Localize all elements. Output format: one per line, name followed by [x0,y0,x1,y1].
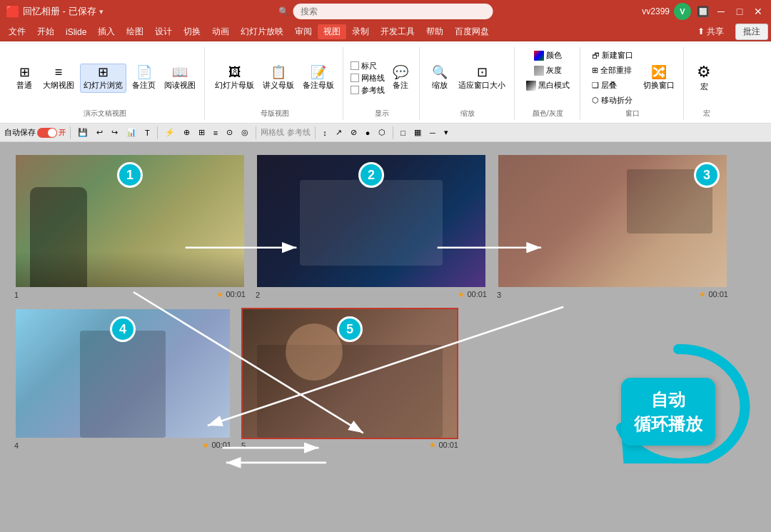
menu-developer[interactable]: 开发工具 [375,24,420,39]
ribbon-btn-bw[interactable]: 黑白模式 [522,79,574,92]
group-title-color: 颜色/灰度 [522,107,574,119]
slide-item-1[interactable]: 1 1 ★ 00:01 [14,154,246,301]
menu-insert[interactable]: 插入 [92,24,121,39]
toolbar-undo-btn[interactable]: ↩ [94,127,106,138]
menu-transition[interactable]: 切换 [178,24,206,39]
menu-file[interactable]: 文件 [3,24,31,39]
toolbar-item-12[interactable]: □ [398,128,408,138]
toolbar-item-4[interactable]: ≡ [211,128,221,138]
ribbon-btn-arrange-all[interactable]: ⊞ 全部重排 [588,64,638,77]
minimize-btn[interactable]: ─ [714,4,728,19]
menu-review[interactable]: 审阅 [289,24,318,39]
menu-islide[interactable]: iSlide [60,26,92,39]
slide-item-3[interactable]: 3 3 ★ 00:01 [497,154,728,301]
slide-thumb-1[interactable]: 1 [14,154,246,288]
slide-footer-1: 1 ★ 00:01 [14,288,246,301]
toolbar-chart-btn[interactable]: 📊 [124,127,139,138]
outline-icon: ≡ [55,66,63,79]
gridlines-checkbox[interactable] [351,74,359,82]
ribbon-btn-notes-show[interactable]: 💬 备注 [388,64,413,92]
ribbon-btn-outline[interactable]: ≡ 大纲视图 [40,64,77,92]
review-button[interactable]: 批注 [735,24,768,40]
master-views-content: 🖼 幻灯片母版 📋 讲义母版 📝 备注母版 [212,49,337,107]
search-input[interactable] [293,4,493,19]
slide-thumb-3[interactable]: 3 [497,154,728,288]
ribbon-btn-zoom[interactable]: 🔍 缩放 [427,64,453,92]
user-avatar[interactable]: V [674,3,691,20]
toolbar-text-btn[interactable]: T [142,128,153,138]
close-btn[interactable]: ✕ [751,4,765,19]
toolbar-separator-3 [256,126,256,139]
ribbon-btn-normal[interactable]: ⊞ 普通 [11,64,37,92]
toolbar-item-11[interactable]: ⬡ [376,127,388,138]
checkbox-gridlines[interactable]: 网格线 [351,73,385,84]
slide-thumb-2[interactable]: 2 [256,154,487,288]
ribbon-btn-color[interactable]: 颜色 [530,49,566,62]
menu-home[interactable]: 开始 [31,24,60,39]
toolbar-item-2[interactable]: ⊕ [181,127,193,138]
maximize-btn[interactable]: □ [732,4,747,19]
share-button[interactable]: ⬆ 共享 [690,24,731,39]
switch-window-icon: 🔀 [651,66,667,79]
menu-slideshow[interactable]: 幻灯片放映 [235,24,289,39]
ribbon-btn-macro[interactable]: ⚙ 宏 [691,63,717,94]
slide-item-5[interactable]: 5 5 ★ 00:01 [241,308,458,451]
toolbar-item-8[interactable]: ↗ [333,127,345,138]
ribbon-btn-new-window[interactable]: 🗗 新建窗口 [588,49,638,62]
checkbox-ruler[interactable]: 标尺 [351,61,385,71]
autosave-state: 开 [59,128,66,138]
toolbar-dropdown-btn[interactable]: ▾ [441,127,451,138]
slide-img-3 [498,155,727,287]
slide-footer-4: 4 ★ 00:01 [14,439,231,451]
menu-help[interactable]: 帮助 [420,24,449,39]
ribbon-btn-reading[interactable]: 📖 阅读视图 [161,64,198,92]
toolbar-gridlines-label: 网格线 [261,127,284,138]
toolbar-guides-label: 参考线 [287,127,311,138]
toolbar-item-5[interactable]: ⊙ [223,127,236,138]
slide-thumb-5[interactable]: 5 [241,308,458,439]
window-content: 🗗 新建窗口 ⊞ 全部重排 ❑ 层叠 ⬡ 移动折分 [588,49,677,107]
ribbon-btn-move-split[interactable]: ⬡ 移动折分 [588,94,638,107]
slide-badge-1: 1 [117,162,143,188]
toolbar-item-7[interactable]: ↕ [320,128,330,138]
checkbox-guides[interactable]: 参考线 [351,85,385,96]
menu-design[interactable]: 设计 [149,24,178,39]
menu-record[interactable]: 录制 [346,24,375,39]
slide-badge-5: 5 [337,316,363,342]
autosave-toggle[interactable] [37,128,57,138]
toolbar-redo-btn[interactable]: ↪ [109,127,121,138]
toolbar-item-10[interactable]: ● [363,128,373,138]
title-text: 回忆相册 - 已保存 [23,5,96,18]
ribbon-btn-notes[interactable]: 📄 备注页 [129,64,158,92]
slides-row-1: 1 1 ★ 00:01 2 2 ★ 00:01 [14,154,728,301]
toolbar-item-6[interactable]: ◎ [238,127,251,138]
ribbon-btn-fit-window[interactable]: ⊡ 适应窗口大小 [455,64,508,92]
ribbon-btn-handout-master[interactable]: 📋 讲义母版 [260,64,297,92]
guides-checkbox[interactable] [351,86,359,94]
ribbon-collapse-btn[interactable]: 🔲 [695,4,710,19]
slide-num-1: 1 [14,291,19,299]
toolbar-item-14[interactable]: ─ [427,128,438,138]
toolbar-item-13[interactable]: ▦ [411,127,424,138]
menu-baidu[interactable]: 百度网盘 [449,24,495,39]
menu-draw[interactable]: 绘图 [121,24,149,39]
toolbar-item-9[interactable]: ⊘ [348,127,360,138]
ruler-checkbox[interactable] [351,61,359,70]
app-icon: 🟥 [6,5,20,19]
ribbon-btn-grayscale[interactable]: 灰度 [530,64,566,77]
ribbon-btn-switch-window[interactable]: 🔀 切换窗口 [640,64,677,92]
ribbon-btn-cascade[interactable]: ❑ 层叠 [588,79,638,92]
presentation-views-content: ⊞ 普通 ≡ 大纲视图 ⊞ 幻灯片浏览 📄 备注页 📖 阅读视图 [11,49,198,107]
slide-num-5: 5 [241,441,246,450]
toolbar-item-3[interactable]: ⊞ [196,127,208,138]
menu-view[interactable]: 视图 [318,24,346,39]
ribbon-btn-slide-master[interactable]: 🖼 幻灯片母版 [212,64,257,92]
slide-item-2[interactable]: 2 2 ★ 00:01 [256,154,487,301]
ribbon-btn-notes-master[interactable]: 📝 备注母版 [300,64,337,92]
toolbar-item-1[interactable]: ⚡ [162,127,178,138]
slide-thumb-4[interactable]: 4 [14,308,231,439]
toolbar-save-btn[interactable]: 💾 [75,127,91,138]
menu-animation[interactable]: 动画 [206,24,235,39]
ribbon-btn-slide-browse[interactable]: ⊞ 幻灯片浏览 [80,64,126,93]
slide-item-4[interactable]: 4 4 ★ 00:01 [14,308,231,451]
